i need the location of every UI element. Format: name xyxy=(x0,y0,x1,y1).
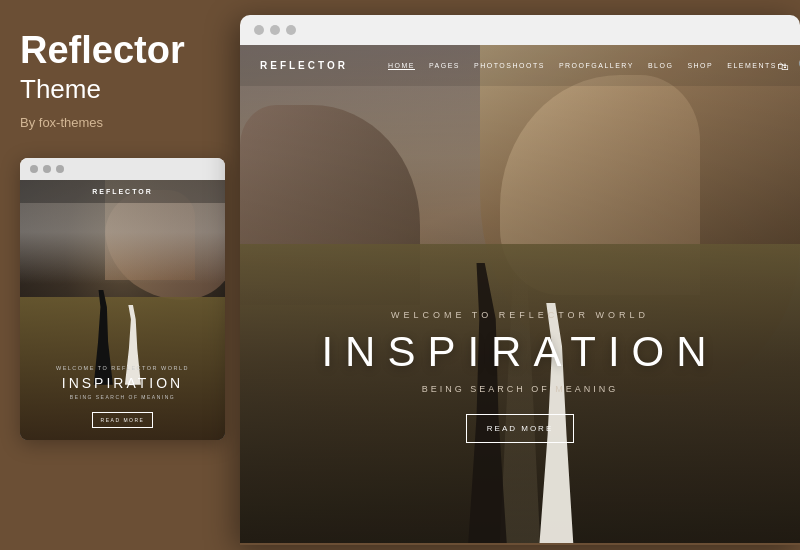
dot-1 xyxy=(30,165,38,173)
theme-author: By fox-themes xyxy=(20,115,103,130)
small-preview-titlebar xyxy=(20,158,225,180)
small-logo: REFLECTOR xyxy=(92,188,153,195)
main-nav-links: HOME PAGES PHOTOSHOOTS PROOFGALLERY BLOG… xyxy=(388,62,777,70)
nav-home[interactable]: HOME xyxy=(388,62,415,70)
main-preview-window: REFLECTOR HOME PAGES PHOTOSHOOTS PROOFGA… xyxy=(240,15,800,545)
nav-shop[interactable]: SHOP xyxy=(687,62,713,70)
hero-read-more-button[interactable]: READ MORE xyxy=(466,414,574,443)
small-preview-content: REFLECTOR WELCOME TO REFLECTOR WORLD INS… xyxy=(20,180,225,440)
main-hero-text: WELCOME TO REFLECTOR WORLD INSPIRATION B… xyxy=(240,310,800,443)
hero-inspiration: INSPIRATION xyxy=(240,328,800,376)
small-preview-window: REFLECTOR WELCOME TO REFLECTOR WORLD INS… xyxy=(20,158,225,440)
small-inspiration: INSPIRATION xyxy=(32,375,213,391)
main-nav-icons: 🛍 🔍 xyxy=(777,59,800,72)
small-preview-nav: REFLECTOR xyxy=(20,180,225,203)
cart-icon[interactable]: 🛍 xyxy=(777,60,788,72)
main-preview-content: REFLECTOR HOME PAGES PHOTOSHOOTS PROOFGA… xyxy=(240,45,800,543)
main-dot-2 xyxy=(270,25,280,35)
theme-subtitle: Theme xyxy=(20,74,101,105)
nav-photoshoots[interactable]: PHOTOSHOOTS xyxy=(474,62,545,70)
main-logo: REFLECTOR xyxy=(260,60,348,71)
nav-pages[interactable]: PAGES xyxy=(429,62,460,70)
theme-title: Reflector xyxy=(20,30,185,72)
small-welcome: WELCOME TO REFLECTOR WORLD xyxy=(32,365,213,371)
hero-welcome: WELCOME TO REFLECTOR WORLD xyxy=(240,310,800,320)
hero-being: BEING SEARCH OF MEANING xyxy=(240,384,800,394)
nav-elements[interactable]: ELEMENTS xyxy=(727,62,777,70)
small-being: BEING SEARCH OF MEANING xyxy=(32,394,213,400)
main-dot-3 xyxy=(286,25,296,35)
main-navbar: REFLECTOR HOME PAGES PHOTOSHOOTS PROOFGA… xyxy=(240,45,800,86)
nav-blog[interactable]: BLOG xyxy=(648,62,673,70)
dot-3 xyxy=(56,165,64,173)
nav-proofgallery[interactable]: PROOFGALLERY xyxy=(559,62,634,70)
left-panel: Reflector Theme By fox-themes xyxy=(0,0,245,550)
main-preview-titlebar xyxy=(240,15,800,45)
small-read-more-button[interactable]: READ MORE xyxy=(92,412,154,428)
dot-2 xyxy=(43,165,51,173)
main-dot-1 xyxy=(254,25,264,35)
small-preview-text-block: WELCOME TO REFLECTOR WORLD INSPIRATION B… xyxy=(20,355,225,440)
